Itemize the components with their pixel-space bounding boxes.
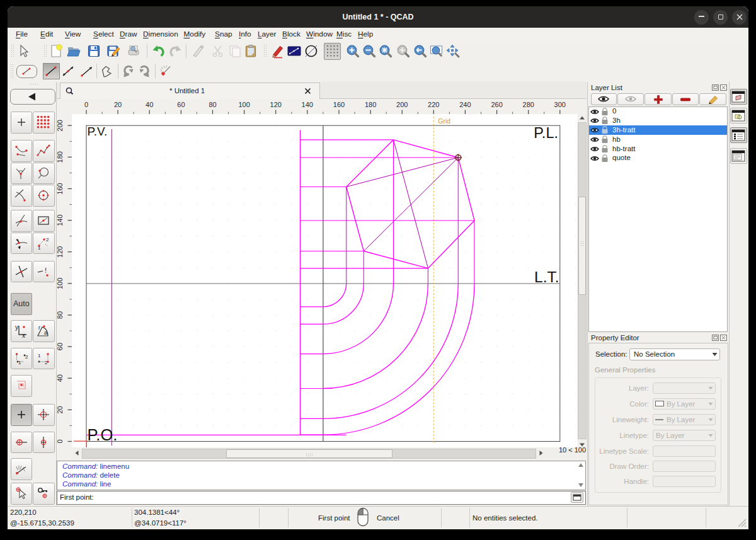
svg-text:0: 0 [84, 101, 88, 108]
svg-text:140: 140 [57, 214, 64, 226]
svg-text:1: 1 [18, 360, 21, 365]
svg-text:240: 240 [459, 101, 471, 108]
svg-text:y: y [15, 324, 18, 331]
svg-text:60: 60 [177, 101, 185, 108]
svg-text:220: 220 [428, 101, 439, 108]
svg-text:P.L.: P.L. [534, 125, 558, 141]
svg-text:20: 20 [114, 101, 122, 108]
svg-text:300: 300 [554, 101, 566, 108]
svg-text:200: 200 [57, 120, 64, 131]
svg-text:40: 40 [146, 101, 153, 108]
svg-text:P.V.: P.V. [88, 125, 108, 138]
svg-text:260: 260 [491, 101, 502, 108]
svg-text:L.T.: L.T. [534, 268, 559, 285]
svg-text:140: 140 [302, 101, 313, 108]
svg-text:P.O.: P.O. [88, 426, 118, 444]
svg-text:180: 180 [57, 151, 64, 163]
svg-text:20: 20 [57, 406, 64, 413]
svg-text:Grid: Grid [438, 117, 450, 125]
svg-text:40: 40 [57, 374, 64, 382]
svg-text:r: r [38, 325, 40, 331]
svg-text:80: 80 [209, 101, 216, 108]
svg-text:160: 160 [333, 101, 345, 108]
svg-text:0: 0 [57, 439, 64, 443]
svg-text:80: 80 [57, 311, 64, 319]
svg-text:2: 2 [25, 354, 28, 360]
svg-text:200: 200 [396, 101, 408, 108]
svg-text:1: 1 [38, 245, 41, 251]
svg-text:60: 60 [57, 343, 64, 350]
svg-text:x: x [22, 332, 25, 338]
svg-text:2: 2 [46, 237, 49, 243]
svg-text:280: 280 [523, 101, 534, 108]
svg-text:100: 100 [57, 278, 64, 289]
svg-text:100: 100 [238, 101, 249, 108]
svg-text:120: 120 [270, 101, 282, 108]
svg-text:1: 1 [38, 353, 41, 359]
svg-text:!: ! [45, 267, 47, 274]
svg-text:120: 120 [57, 246, 64, 258]
svg-text:160: 160 [57, 183, 64, 194]
svg-text:180: 180 [365, 101, 376, 108]
svg-text:a: a [44, 330, 47, 336]
